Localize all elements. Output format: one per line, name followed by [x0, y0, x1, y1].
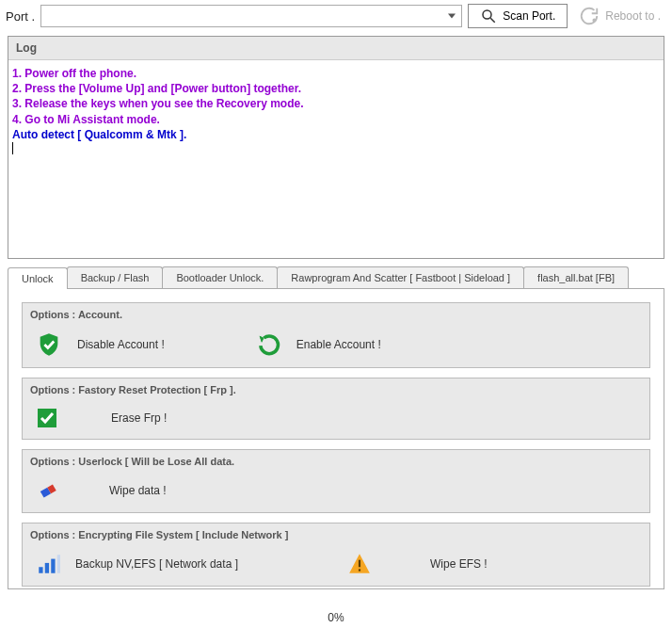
enable-account-label: Enable Account !	[296, 338, 381, 351]
log-line: 1. Power off the phone.	[12, 66, 660, 81]
wipe-data-label: Wipe data !	[109, 484, 167, 497]
tab-bootloader-unlock[interactable]: Bootloader Unlock.	[162, 266, 278, 288]
log-line: 4. Go to Mi Assistant mode.	[12, 112, 660, 127]
port-select[interactable]	[40, 5, 462, 27]
scan-port-button[interactable]: Scan Port.	[468, 4, 568, 28]
tabstrip: UnlockBackup / FlashBootloader Unlock.Ra…	[8, 266, 664, 288]
gear-refresh-icon	[579, 6, 600, 26]
log-line: Auto detect [ Qualcomm & Mtk ].	[12, 127, 660, 142]
status-bar: 0%	[0, 607, 672, 628]
log-body: 1. Power off the phone.2. Press the [Vol…	[8, 60, 664, 258]
backup-efs-label: Backup NV,EFS [ Network data ]	[75, 557, 238, 571]
svg-rect-8	[51, 559, 55, 573]
reboot-to-label: Reboot to .	[605, 9, 661, 23]
svg-rect-11	[359, 569, 360, 571]
tab-content-unlock: Options : Account. Disable Account !	[8, 288, 664, 589]
group-userlock: Options : Userlock [ Will be Lose All da…	[22, 449, 650, 513]
log-header: Log	[8, 37, 664, 60]
wipe-efs-label: Wipe EFS !	[430, 557, 488, 571]
search-icon	[480, 8, 497, 24]
svg-rect-6	[39, 567, 42, 573]
svg-rect-7	[45, 563, 49, 573]
group-userlock-title: Options : Userlock [ Will be Lose All da…	[23, 450, 649, 473]
group-frp-title: Options : Fastory Reset Protection [ Frp…	[23, 378, 649, 401]
svg-rect-9	[57, 555, 60, 573]
shield-check-icon	[36, 331, 62, 358]
log-line: 3. Release the keys when you see the Rec…	[12, 96, 660, 111]
group-frp: Options : Fastory Reset Protection [ Frp…	[22, 378, 650, 440]
tab-backup-flash[interactable]: Backup / Flash	[67, 266, 164, 288]
progress-percent: 0%	[328, 611, 344, 624]
erase-frp-label: Erase Frp !	[111, 411, 167, 425]
svg-rect-10	[359, 560, 360, 568]
scan-port-label: Scan Port.	[503, 9, 555, 23]
group-efs-title: Options : Encrypting File System [ Inclu…	[23, 523, 649, 546]
enable-account-button[interactable]: Enable Account !	[255, 331, 381, 358]
svg-point-2	[593, 19, 597, 23]
erase-frp-button[interactable]: Erase Frp !	[36, 407, 167, 429]
wipe-efs-button[interactable]: Wipe EFS !	[347, 552, 488, 576]
checkbox-checked-icon	[36, 407, 58, 429]
reboot-to-button[interactable]: Reboot to .	[573, 6, 666, 26]
svg-line-1	[491, 18, 496, 23]
undo-icon	[255, 331, 281, 358]
tab-unlock[interactable]: Unlock	[8, 267, 68, 289]
group-account: Options : Account. Disable Account !	[22, 302, 650, 368]
tab-rawprogram-and-scatter-fastboot-sideload[interactable]: Rawprogram And Scatter [ Fastboot | Side…	[277, 266, 524, 288]
log-line: 2. Press the [Volume Up] and [Power butt…	[12, 81, 660, 96]
warning-icon	[347, 552, 372, 576]
group-account-title: Options : Account.	[23, 303, 649, 326]
disable-account-button[interactable]: Disable Account !	[36, 331, 165, 358]
eraser-icon	[36, 478, 60, 503]
log-panel: Log 1. Power off the phone.2. Press the …	[8, 36, 664, 259]
svg-point-0	[483, 10, 491, 19]
backup-efs-button[interactable]: Backup NV,EFS [ Network data ]	[36, 552, 238, 576]
signal-bars-icon	[36, 552, 60, 576]
port-label: Port .	[6, 9, 35, 24]
disable-account-label: Disable Account !	[77, 338, 165, 351]
tab-flash-all-bat-fb[interactable]: flash_all.bat [FB]	[523, 266, 629, 288]
wipe-data-button[interactable]: Wipe data !	[36, 478, 167, 503]
group-efs: Options : Encrypting File System [ Inclu…	[22, 523, 650, 587]
